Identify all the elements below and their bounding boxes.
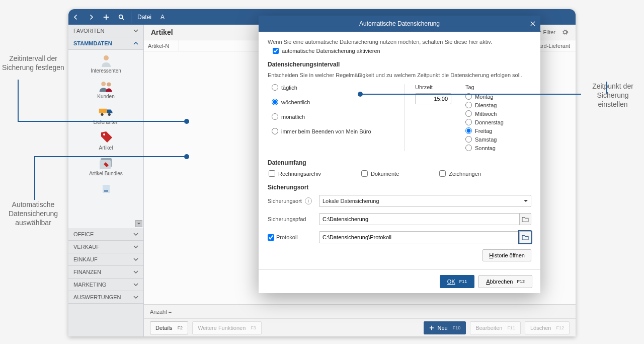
sidebar-item-extra[interactable] [68,178,143,197]
details-button[interactable]: DetailsF2 [150,321,188,334]
dest-select[interactable]: Lokale Datensicherung [319,195,531,207]
gear-icon[interactable] [561,29,569,36]
edit-button[interactable]: BearbeitenF11 [470,321,521,334]
sidebar-section-office[interactable]: OFFICE [68,228,143,241]
sidebar-section-verkauf[interactable]: VERKAUF [68,241,143,253]
col-artikelnr[interactable]: Artikel-N [144,40,179,51]
time-input[interactable] [415,93,451,104]
svg-point-3 [107,82,111,86]
sidebar-section-favoriten[interactable]: FAVORITEN [68,25,143,37]
truck-icon [98,105,114,118]
sidebar-item-kunden[interactable]: Kunden [68,76,143,101]
activate-checkbox-input[interactable] [273,48,279,54]
freq-monthly[interactable]: monatlich [272,113,392,120]
sidebar-item-label: Kunden [68,94,143,99]
bottom-bar: Anzahl = DetailsF2 Weitere FunktionenF3 … [144,304,576,336]
filter-label: Filter [543,29,555,35]
cancel-button[interactable]: AbbrechenF12 [478,275,532,288]
sidebar-item-label: Lieferanten [68,119,143,125]
menu-file[interactable]: Datei [137,14,151,21]
plus-icon [103,14,110,21]
sidebar-section-einkauf[interactable]: EINKAUF [68,253,143,266]
menubar: Datei A [137,14,165,21]
day-label: Tag [465,84,504,90]
folder-icon [522,234,529,240]
scope-archiv[interactable]: Rechnungsarchiv [269,170,321,177]
dialog-titlebar: Automatische Datensicherung [259,16,540,32]
svg-point-5 [101,113,103,116]
info-icon[interactable]: i [305,197,312,204]
path-input[interactable] [319,213,531,225]
annotation-time: Zeitpunkt der Sicherung einstellen [583,82,643,109]
annotation-autobackup: Automatische Datensicherung auswählbar [0,200,66,228]
activate-checkbox-label: automatische Datensicherung aktivieren [282,48,380,54]
sidebar-section-finanzen[interactable]: FINANZEN [68,266,143,279]
svg-point-2 [101,82,106,86]
sidebar-item-label: Artikel [68,145,143,151]
section-interval-title: Datensicherungsintervall [268,61,531,68]
separator [131,12,131,23]
sidebar-section-label: OFFICE [73,231,94,237]
day-do[interactable]: Donnerstag [465,119,504,125]
annotation-line [18,121,186,122]
nav-back-button[interactable] [68,9,84,25]
sidebar-item-lieferanten[interactable]: Lieferanten [68,101,143,127]
day-sa[interactable]: Samstag [465,136,504,143]
scope-drawings[interactable]: Zeichnungen [439,170,481,177]
dialog-intro: Wenn Sie eine automatische Datensicherun… [268,39,531,45]
sidebar-items: Interessenten Kunden Lieferanten Artikel [68,50,143,228]
sidebar-item-interessenten[interactable]: Interessenten [68,50,143,76]
history-button[interactable]: Historie öffnen [482,249,531,261]
sidebar-item-artikel[interactable]: Artikel [68,127,143,153]
backup-dialog: Automatische Datensicherung Wenn Sie ein… [259,16,540,293]
path-browse-button[interactable] [519,213,531,225]
sidebar: FAVORITEN STAMMDATEN Interessenten Kunde… [68,25,144,336]
annotation-dot [184,154,189,159]
close-icon [530,21,535,26]
search-button[interactable] [114,9,129,25]
proto-label: Protokoll [276,234,298,240]
freq-daily[interactable]: täglich [272,84,392,91]
nav-forward-button[interactable] [84,9,99,25]
people-icon [98,80,114,93]
proto-browse-button[interactable] [519,231,531,243]
add-button[interactable] [99,9,114,25]
menu-second[interactable]: A [160,14,165,21]
dest-label: Sicherungsort i [268,197,314,204]
chevron-down-icon [133,295,138,300]
day-mi[interactable]: Mittwoch [465,110,504,117]
chevron-down-icon [133,232,138,237]
section-scope-title: Datenumfang [268,159,531,166]
app-window: Datei A FAVORITEN STAMMDATEN Interessent… [68,9,576,336]
proto-checkbox[interactable] [268,234,274,241]
freq-weekly[interactable]: wöchentlich [272,99,392,105]
sidebar-section-auswertungen[interactable]: AUSWERTUNGEN [68,291,143,304]
search-icon [118,14,125,21]
scroll-down-button[interactable] [135,220,142,227]
day-di[interactable]: Dienstag [465,102,504,108]
sidebar-section-label: AUSWERTUNGEN [73,294,121,300]
annotation-line [34,156,35,200]
sidebar-section-label: FINANZEN [73,269,101,275]
day-so[interactable]: Sonntag [465,145,504,151]
sidebar-section-marketing[interactable]: MARKETING [68,279,143,291]
chevron-right-icon [88,14,94,20]
annotation-dot [358,92,363,97]
ok-button[interactable]: OKF11 [440,275,474,288]
sidebar-section-stammdaten[interactable]: STAMMDATEN [68,37,143,50]
dialog-body: Wenn Sie eine automatische Datensicherun… [259,32,540,269]
proto-input[interactable] [319,231,531,243]
scope-docs[interactable]: Dokumente [361,170,399,177]
section-dest-title: Sicherungsort [268,184,531,191]
freq-onexit[interactable]: immer beim Beenden von Mein Büro [272,128,392,134]
path-label: Sicherungspfad [268,216,314,222]
annotation-dot [184,119,189,124]
new-button[interactable]: NeuF10 [424,321,466,334]
activate-checkbox[interactable]: automatische Datensicherung aktivieren [273,48,531,54]
close-button[interactable] [525,16,540,32]
day-fr[interactable]: Freitag [465,127,504,134]
more-functions-button[interactable]: Weitere FunktionenF3 [192,321,262,334]
delete-button[interactable]: LöschenF12 [525,321,570,334]
dialog-footer: OKF11 AbbrechenF12 [259,269,540,293]
sidebar-section-label: STAMMDATEN [73,40,112,46]
